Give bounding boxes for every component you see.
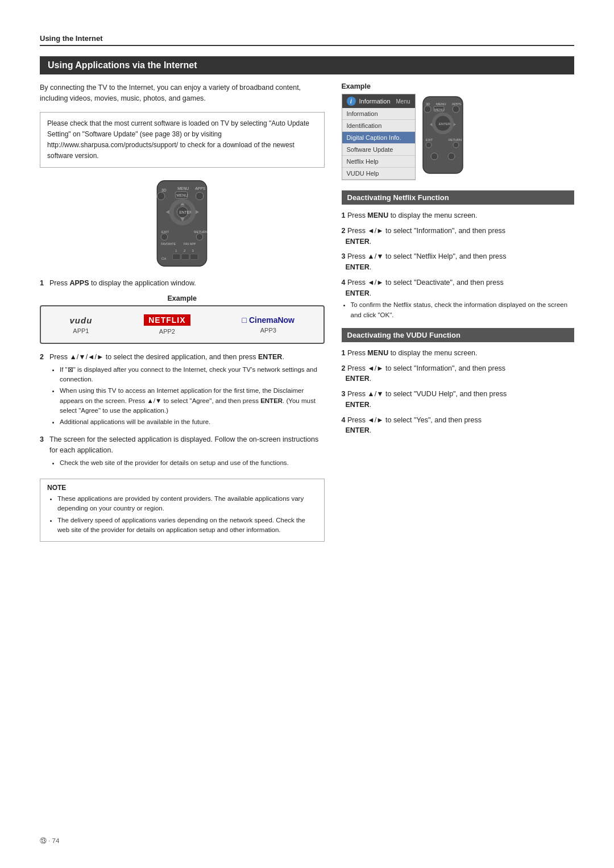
netflix-step-2: 2 Press ◄/► to select "Information", and… xyxy=(342,226,575,247)
vudu-section-title: Deactivating the VUDU Function xyxy=(342,328,575,342)
left-step-1: 1 Press APPS to display the application … xyxy=(40,278,325,289)
svg-text:APPS: APPS xyxy=(452,102,461,106)
svg-point-32 xyxy=(453,106,459,113)
svg-point-43 xyxy=(426,142,432,148)
svg-text:CH: CH xyxy=(161,257,166,260)
step1-number: 1 xyxy=(40,278,47,289)
svg-text:ENTER: ENTER xyxy=(439,122,451,126)
menu-bold-v1: MENU xyxy=(367,349,388,357)
svg-text:MENU: MENU xyxy=(436,102,446,106)
svg-rect-27 xyxy=(190,254,198,260)
note-bullet-1: These applications are provided by conte… xyxy=(57,494,317,514)
remote-svg-left: 3D MENU MENU APPS xyxy=(145,178,219,269)
left-column: By connecting the TV to the Internet, yo… xyxy=(40,82,325,542)
example-right-label: Example xyxy=(342,82,575,90)
svg-point-2 xyxy=(157,192,165,200)
enter-v3: ENTER xyxy=(342,401,370,409)
apps-bold: APPS xyxy=(69,279,89,287)
netflix-step4-bullets: To confirm the Netflix status, check the… xyxy=(351,300,575,320)
menu-item-identification: Identification xyxy=(342,120,415,132)
remote-svg-right: 3D APPS MENU MENU ENTER EXIT xyxy=(420,94,466,176)
svg-text:EXIT: EXIT xyxy=(161,230,169,234)
vudu-step-2: 2 Press ◄/► to select "Information", and… xyxy=(342,363,575,385)
info-icon: i xyxy=(347,97,356,106)
svg-point-45 xyxy=(453,142,459,148)
note-bullets: These applications are provided by conte… xyxy=(57,494,317,535)
app2-label: APP2 xyxy=(159,328,175,335)
svg-point-16 xyxy=(161,234,168,240)
menu-item-software-update: Software Update xyxy=(342,144,415,156)
svg-text:FAVORITE: FAVORITE xyxy=(161,243,176,246)
svg-text:1: 1 xyxy=(176,249,177,252)
note-bullet-2: The delivery speed of applications varie… xyxy=(57,516,317,535)
vstep3-num: 3 xyxy=(342,390,346,398)
bullet-2-2: When using this TV to access an Internet… xyxy=(60,386,325,416)
vudu-title-text: Deactivating the VUDU Function xyxy=(347,331,460,339)
left-step-2: 2 Press ▲/▼/◄/► to select the desired ap… xyxy=(40,352,325,429)
vstep4-num: 4 xyxy=(342,416,346,424)
netflix-bullet-1: To confirm the Netflix status, check the… xyxy=(351,300,575,320)
step2-number: 2 xyxy=(40,352,47,429)
menu-item-digital-caption: Digital Caption Info. xyxy=(342,132,415,144)
cinemanow-logo: □ CinemaNow xyxy=(242,315,294,325)
app1-label: APP1 xyxy=(73,327,89,334)
vstep2-num: 2 xyxy=(342,364,346,372)
svg-text:3D: 3D xyxy=(161,188,167,192)
netflix-step-4: 4 Press ◄/► to select "Deactivate", and … xyxy=(342,277,575,320)
app-netflix: NETFLIX APP2 xyxy=(144,314,190,335)
app-example-box: vudu APP1 NETFLIX APP2 □ CinemaNow APP3 xyxy=(40,305,325,344)
enter-v2: ENTER xyxy=(342,375,370,383)
menu-label: Menu xyxy=(396,98,410,105)
netflix-logo: NETFLIX xyxy=(144,314,190,326)
nstep4-num: 4 xyxy=(342,279,346,286)
vstep1-num: 1 xyxy=(342,349,346,357)
svg-text:MENU: MENU xyxy=(177,193,188,197)
notice-text: Please check that the most current softw… xyxy=(47,119,309,160)
menu-header: i Information Menu xyxy=(342,94,415,108)
app-vudu: vudu APP1 xyxy=(69,315,92,334)
svg-text:MENU: MENU xyxy=(177,187,189,191)
bullet-2-3: Additional applications will be availabl… xyxy=(60,417,325,427)
nstep2-num: 2 xyxy=(342,227,346,235)
svg-text:3D: 3D xyxy=(426,102,430,106)
note-label: NOTE xyxy=(47,484,317,492)
svg-point-30 xyxy=(424,106,431,113)
nstep1-num: 1 xyxy=(342,211,346,219)
menu-item-vudu-help: VUDU Help xyxy=(342,168,415,180)
enter-n4: ENTER xyxy=(342,289,370,297)
vudu-step-1: 1 Press MENU to display the menu screen. xyxy=(342,348,575,359)
netflix-section-title: Deactivating Netflix Function xyxy=(342,190,575,205)
svg-point-47 xyxy=(448,153,455,160)
svg-rect-26 xyxy=(181,254,189,260)
nstep3-num: 3 xyxy=(342,252,346,260)
svg-text:APPS: APPS xyxy=(196,187,206,191)
svg-text:EXIT: EXIT xyxy=(426,138,433,142)
menu-box: i Information Menu Information Identific… xyxy=(342,94,416,180)
svg-text:FAV APP: FAV APP xyxy=(184,243,196,246)
notice-box: Please check that the most current softw… xyxy=(40,112,325,168)
example-label-left: Example xyxy=(40,294,325,302)
svg-text:ENTER: ENTER xyxy=(179,210,192,214)
left-step-3: 3 The screen for the selected applicatio… xyxy=(40,434,325,470)
menu-item-information: Information xyxy=(342,108,415,120)
vudu-step-3: 3 Press ▲/▼ to select "VUDU Help", and t… xyxy=(342,389,575,410)
svg-point-46 xyxy=(431,153,438,160)
remote-diagram-left: 3D MENU MENU APPS xyxy=(40,178,325,269)
main-title-text: Using Applications via the Internet xyxy=(48,60,197,70)
svg-point-18 xyxy=(196,234,203,240)
step3-content: The screen for the selected application … xyxy=(49,434,325,470)
bullet-2-1: If "⊠" is displayed after you connect to… xyxy=(60,365,325,385)
svg-text:RETURN: RETURN xyxy=(449,138,462,142)
step3-bullets: Check the web site of the provider for d… xyxy=(60,458,325,468)
svg-point-7 xyxy=(196,192,204,200)
page-container: Using the Internet Using Applications vi… xyxy=(0,0,614,576)
vudu-logo: vudu xyxy=(69,315,92,325)
section-header-text: Using the Internet xyxy=(40,34,103,43)
right-column: Example i Information Menu Information I… xyxy=(342,82,575,542)
two-column-layout: By connecting the TV to the Internet, yo… xyxy=(40,82,574,542)
app3-label: APP3 xyxy=(260,327,276,334)
step1-content: Press APPS to display the application wi… xyxy=(49,278,325,289)
menu-example-container: i Information Menu Information Identific… xyxy=(342,94,575,180)
enter-v4: ENTER xyxy=(342,426,370,434)
section-header: Using the Internet xyxy=(40,34,574,46)
